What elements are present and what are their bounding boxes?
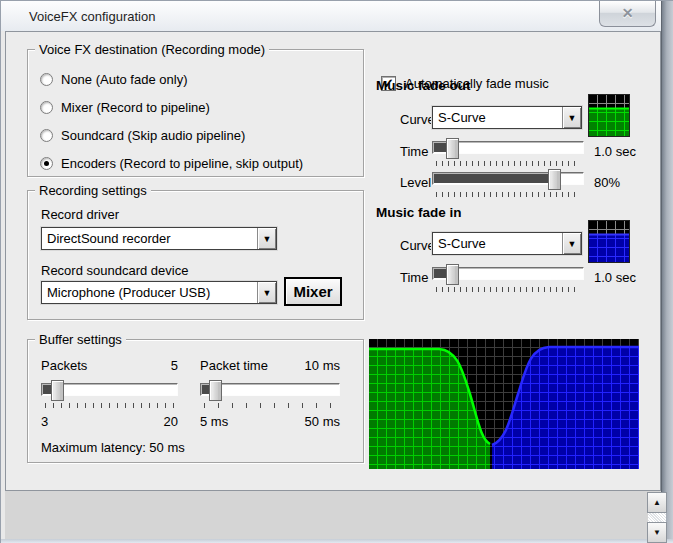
- packets-label: Packets: [41, 358, 87, 373]
- radio-label: Encoders (Record to pipeline, skip outpu…: [61, 156, 303, 171]
- slider-thumb[interactable]: [209, 380, 222, 401]
- max-latency-text: Maximum latency: 50 ms: [41, 440, 185, 455]
- radio-icon[interactable]: [40, 129, 53, 142]
- buffer-group-title: Buffer settings: [35, 332, 126, 347]
- fade-out-time-slider[interactable]: [432, 138, 584, 166]
- scroll-down-icon: ▼: [653, 528, 661, 537]
- fade-out-curve-value: S-Curve: [433, 110, 562, 125]
- fade-in-time-slider[interactable]: [432, 264, 584, 292]
- radio-label: Mixer (Record to pipeline): [61, 100, 210, 115]
- scroll-up-button[interactable]: ▲: [647, 492, 667, 513]
- destination-group: Voice FX destination (Recording mode) No…: [27, 49, 364, 177]
- fade-in-curve-value: S-Curve: [433, 236, 562, 251]
- radio-label: None (Auto fade only): [61, 72, 187, 87]
- packets-max: 20: [133, 414, 178, 429]
- close-icon: ✕: [622, 5, 634, 21]
- window-frame-right: [661, 1, 673, 543]
- packets-value: 5: [133, 358, 178, 373]
- radio-option-soundcard[interactable]: Soundcard (Skip audio pipeline): [40, 126, 245, 144]
- fade-in-time-label: Time: [400, 270, 428, 285]
- window-title: VoiceFX configuration: [29, 9, 155, 24]
- fade-out-time-label: Time: [400, 144, 428, 159]
- slider-ticks: [436, 192, 580, 197]
- destination-group-title: Voice FX destination (Recording mode): [35, 42, 269, 57]
- fade-in-heading: Music fade in: [376, 205, 462, 220]
- chevron-down-icon[interactable]: ▼: [257, 228, 276, 249]
- fade-out-time-value: 1.0 sec: [594, 144, 636, 159]
- fade-in-preview-icon: [588, 220, 630, 263]
- fade-in-curve-label: Curve: [400, 238, 435, 253]
- scroll-down-button[interactable]: ▼: [647, 522, 667, 543]
- window-frame-bottom: [1, 539, 673, 543]
- chevron-down-icon[interactable]: ▼: [562, 107, 581, 128]
- chevron-down-icon[interactable]: ▼: [257, 282, 276, 303]
- slider-ticks: [204, 403, 336, 408]
- record-device-select[interactable]: Microphone (Producer USB) ▼: [41, 281, 277, 304]
- slider-thumb[interactable]: [548, 169, 561, 190]
- scrollbar-track[interactable]: [648, 513, 666, 522]
- fade-out-level-label: Level: [400, 175, 431, 190]
- fade-out-curve-select[interactable]: S-Curve ▼: [432, 106, 582, 129]
- radio-icon[interactable]: [40, 73, 53, 86]
- dialog-footer: OK Cancel: [5, 491, 661, 539]
- fade-out-curve-label: Curve: [400, 112, 435, 127]
- fade-out-level-value: 80%: [594, 175, 620, 190]
- record-device-value: Microphone (Producer USB): [42, 285, 257, 300]
- packets-min: 3: [41, 414, 48, 429]
- chevron-down-icon[interactable]: ▼: [562, 233, 581, 254]
- packet-time-label: Packet time: [200, 358, 268, 373]
- slider-ticks: [436, 287, 580, 292]
- fade-in-time-value: 1.0 sec: [594, 270, 636, 285]
- record-driver-value: DirectSound recorder: [42, 231, 257, 246]
- record-driver-select[interactable]: DirectSound recorder ▼: [41, 227, 277, 250]
- slider-track[interactable]: [432, 172, 584, 185]
- fade-out-heading: Music fade out: [376, 78, 471, 93]
- fade-out-level-slider[interactable]: [432, 169, 584, 197]
- title-bar[interactable]: VoiceFX configuration: [1, 1, 673, 31]
- slider-thumb[interactable]: [51, 380, 64, 401]
- fade-out-preview-icon: [588, 94, 630, 137]
- radio-option-encoders[interactable]: Encoders (Record to pipeline, skip outpu…: [40, 154, 303, 172]
- packet-time-max: 50 ms: [280, 414, 340, 429]
- packet-time-value: 10 ms: [280, 358, 340, 373]
- radio-option-mixer[interactable]: Mixer (Record to pipeline): [40, 98, 210, 116]
- radio-label: Soundcard (Skip audio pipeline): [61, 128, 245, 143]
- slider-ticks: [45, 403, 174, 408]
- crossfade-graph: [369, 339, 639, 469]
- packet-time-min: 5 ms: [200, 414, 228, 429]
- buffer-group: Buffer settings Packets 5 3 20 Packet ti…: [27, 339, 364, 463]
- recording-group-title: Recording settings: [35, 183, 151, 198]
- close-button[interactable]: ✕: [599, 1, 656, 27]
- packets-slider[interactable]: [41, 380, 178, 408]
- radio-option-none[interactable]: None (Auto fade only): [40, 70, 187, 88]
- slider-ticks: [436, 161, 580, 166]
- slider-thumb[interactable]: [446, 264, 459, 285]
- scroll-up-icon: ▲: [653, 498, 661, 507]
- record-driver-label: Record driver: [41, 207, 119, 222]
- recording-group: Recording settings Record driver DirectS…: [27, 190, 364, 320]
- packet-time-slider[interactable]: [200, 380, 340, 408]
- vertical-scrollbar[interactable]: ▲ ▼: [647, 492, 667, 543]
- fade-in-curve-select[interactable]: S-Curve ▼: [432, 232, 582, 255]
- record-device-label: Record soundcard device: [41, 263, 188, 278]
- dialog-content: Voice FX destination (Recording mode) No…: [5, 31, 661, 491]
- radio-icon[interactable]: [40, 101, 53, 114]
- mixer-button[interactable]: Mixer: [284, 277, 342, 306]
- slider-thumb[interactable]: [446, 138, 459, 159]
- radio-icon[interactable]: [40, 157, 53, 170]
- voicefx-dialog: VoiceFX configuration ✕ Voice FX destina…: [0, 0, 673, 543]
